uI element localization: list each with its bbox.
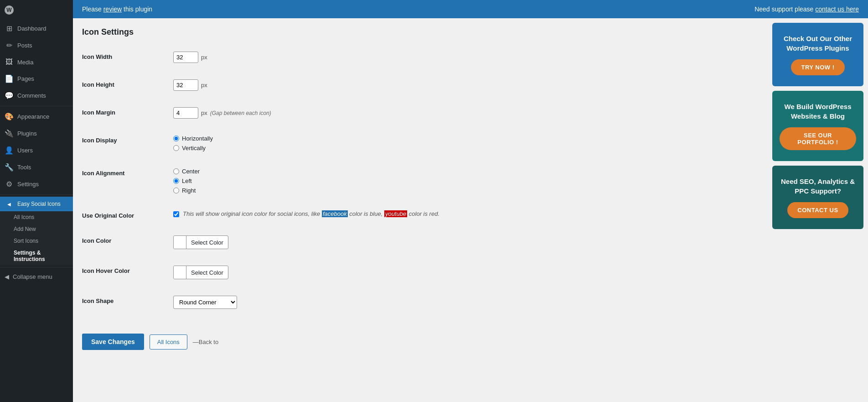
promo-card-portfolio: We Build WordPress Websites & Blog SEE O… <box>772 91 863 161</box>
sidebar-item-label: Media <box>17 59 33 66</box>
alignment-center-option[interactable]: Center <box>173 168 200 175</box>
collapse-menu-button[interactable]: ◀ Collapse menu <box>0 269 73 284</box>
icon-margin-field: px (Gap between each icon) <box>173 107 271 119</box>
alignment-right-label: Right <box>182 187 196 194</box>
sidebar-subitem-sort-icons[interactable]: Sort Icons <box>0 235 73 247</box>
sidebar-subitem-settings-instructions[interactable]: Settings & Instructions <box>0 247 73 265</box>
tools-icon: 🔧 <box>5 163 14 172</box>
sidebar-item-label: Dashboard <box>17 25 46 32</box>
top-banner: Please review this plugin Need support p… <box>73 0 868 18</box>
original-color-fb-desc-text: color is blue, <box>349 210 382 217</box>
icon-margin-input[interactable] <box>173 107 198 119</box>
icon-alignment-row: Icon Alignment Center Left <box>82 164 759 198</box>
icon-display-row: Icon Display Horizontally Vertically <box>82 131 759 155</box>
save-changes-button[interactable]: Save Changes <box>82 334 144 350</box>
alignment-center-radio[interactable] <box>173 168 179 174</box>
sidebar: W ⊞ Dashboard ✏ Posts 🖼 Media 📄 Pages 💬 … <box>0 0 73 402</box>
alignment-left-option[interactable]: Left <box>173 178 200 184</box>
icon-color-row: Icon Color Select Color <box>82 232 759 253</box>
sidebar-item-posts[interactable]: ✏ Posts <box>0 37 73 54</box>
easy-social-icons-icon: ◀ <box>5 202 14 207</box>
alignment-right-option[interactable]: Right <box>173 187 200 194</box>
icon-height-field: px <box>173 79 207 91</box>
promo-portfolio-btn[interactable]: SEE OUR PORTFOLIO ! <box>780 127 856 150</box>
use-original-color-field: This will show original icon color for s… <box>173 210 439 217</box>
alignment-right-radio[interactable] <box>173 188 179 193</box>
display-vertically-radio[interactable] <box>173 145 179 151</box>
wp-logo: W <box>0 0 73 20</box>
settings-icon: ⚙ <box>5 180 14 188</box>
page-title: Icon Settings <box>82 27 759 37</box>
sidebar-item-media[interactable]: 🖼 Media <box>0 54 73 70</box>
icon-alignment-field: Center Left Right <box>173 168 200 194</box>
icon-height-row: Icon Height px <box>82 76 759 94</box>
sidebar-item-settings[interactable]: ⚙ Settings <box>0 176 73 193</box>
easy-social-icons-submenu: All Icons Add New Sort Icons Settings & … <box>0 211 73 265</box>
banner-right: Need support please contact us here <box>754 5 859 13</box>
icon-color-button[interactable]: Select Color <box>173 235 228 249</box>
dashboard-icon: ⊞ <box>5 24 14 33</box>
review-link[interactable]: review <box>103 5 122 13</box>
sidebar-item-label: Settings <box>17 181 39 188</box>
sidebar-item-label: Posts <box>17 42 32 49</box>
original-color-checkbox[interactable] <box>173 211 179 217</box>
icon-shape-field: Square Round Corner Circle <box>173 296 237 309</box>
sidebar-item-comments[interactable]: 💬 Comments <box>0 87 73 104</box>
icon-height-input[interactable] <box>173 79 198 91</box>
plugins-icon: 🔌 <box>5 129 14 138</box>
icon-width-unit: px <box>201 54 207 61</box>
icon-margin-unit: px <box>201 110 207 116</box>
promo-card-plugins: Check Out Our Other WordPress Plugins TR… <box>772 23 863 86</box>
sidebar-subitem-all-icons[interactable]: All Icons <box>0 211 73 223</box>
alignment-left-radio[interactable] <box>173 178 179 184</box>
original-color-yt-desc-text: color is red. <box>409 210 439 217</box>
save-row: Save Changes All Icons —Back to <box>82 326 759 357</box>
icon-color-btn-label: Select Color <box>186 237 228 248</box>
sidebar-item-pages[interactable]: 📄 Pages <box>0 70 73 87</box>
icon-alignment-label: Icon Alignment <box>82 168 173 177</box>
original-color-desc-text: This will show original icon color for s… <box>183 210 320 217</box>
icon-hover-color-button[interactable]: Select Color <box>173 266 228 279</box>
display-vertically-option[interactable]: Vertically <box>173 145 213 151</box>
promo-seo-text: Need SEO, Analytics & PPC Support? <box>780 177 856 196</box>
sidebar-item-appearance[interactable]: 🎨 Appearance <box>0 108 73 125</box>
content-wrap: Icon Settings Icon Width px Icon Height … <box>73 18 868 402</box>
sidebar-subitem-add-new[interactable]: Add New <box>0 223 73 235</box>
sidebar-item-easy-social-icons[interactable]: ◀ Easy Social Icons <box>0 197 73 211</box>
icon-height-label: Icon Height <box>82 79 173 88</box>
sidebar-item-label: Tools <box>17 164 31 171</box>
promo-seo-btn[interactable]: CONTACT US <box>787 202 848 218</box>
promo-plugins-btn[interactable]: TRY NOW ! <box>791 59 844 75</box>
sidebar-item-plugins[interactable]: 🔌 Plugins <box>0 125 73 142</box>
promo-plugins-text: Check Out Our Other WordPress Plugins <box>780 34 856 53</box>
icon-display-field: Horizontally Vertically <box>173 135 213 151</box>
icon-shape-label: Icon Shape <box>82 296 173 304</box>
back-label: —Back to <box>193 339 218 345</box>
media-icon: 🖼 <box>5 58 14 66</box>
users-icon: 👤 <box>5 146 14 155</box>
icon-shape-select[interactable]: Square Round Corner Circle <box>173 296 237 309</box>
original-color-desc: This will show original icon color for s… <box>183 210 439 217</box>
all-icons-button[interactable]: All Icons <box>150 334 187 350</box>
use-original-color-label: Use Original Color <box>82 210 173 219</box>
alignment-left-label: Left <box>182 178 192 184</box>
icon-hover-color-label: Icon Hover Color <box>82 266 173 274</box>
sidebar-item-users[interactable]: 👤 Users <box>0 142 73 159</box>
comments-icon: 💬 <box>5 91 14 100</box>
display-horizontally-radio[interactable] <box>173 136 179 141</box>
display-horizontally-option[interactable]: Horizontally <box>173 135 213 142</box>
sidebar-item-dashboard[interactable]: ⊞ Dashboard <box>0 20 73 37</box>
icon-width-input[interactable] <box>173 52 198 63</box>
sidebar-item-tools[interactable]: 🔧 Tools <box>0 159 73 176</box>
icon-hover-color-swatch <box>174 266 186 279</box>
contact-us-link[interactable]: contact us here <box>815 5 859 13</box>
banner-left-text2: this plugin <box>124 5 152 13</box>
icon-width-row: Icon Width px <box>82 48 759 67</box>
icon-color-swatch <box>174 236 186 249</box>
use-original-color-row: Use Original Color This will show origin… <box>82 207 759 223</box>
banner-right-text: Need support please <box>754 5 813 13</box>
banner-left-text: Please <box>82 5 102 13</box>
promo-card-seo: Need SEO, Analytics & PPC Support? CONTA… <box>772 166 863 229</box>
icon-hover-color-field: Select Color <box>173 266 228 279</box>
icon-margin-row: Icon Margin px (Gap between each icon) <box>82 104 759 122</box>
